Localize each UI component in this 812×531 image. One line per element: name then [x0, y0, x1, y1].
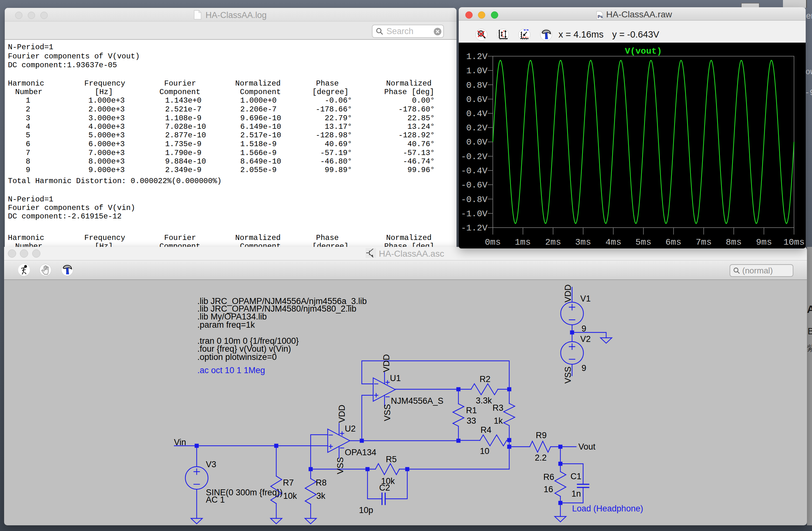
- svg-text:Vin: Vin: [174, 437, 186, 447]
- svg-text:0.6V: 0.6V: [466, 95, 488, 104]
- svg-text:3k: 3k: [316, 491, 325, 501]
- svg-text:-0.8V: -0.8V: [461, 195, 488, 204]
- svg-text:R3: R3: [493, 403, 504, 413]
- svg-text:1ms: 1ms: [515, 238, 531, 247]
- svg-text:6ms: 6ms: [666, 238, 681, 247]
- svg-text:R1: R1: [466, 406, 477, 415]
- svg-text:2ms: 2ms: [545, 238, 561, 247]
- svg-text:R6: R6: [543, 472, 554, 482]
- svg-text:VSS: VSS: [383, 404, 392, 421]
- svg-text:U1: U1: [390, 373, 401, 383]
- svg-text:.option plotwinsize=0: .option plotwinsize=0: [197, 352, 277, 362]
- svg-text:Ps: Ps: [598, 14, 603, 19]
- svg-text:0.4V: 0.4V: [466, 109, 488, 119]
- svg-text:C1: C1: [570, 472, 581, 481]
- svg-text:VDD: VDD: [382, 354, 391, 372]
- svg-text:0.0V: 0.0V: [466, 137, 488, 147]
- svg-text:-1.0V: -1.0V: [461, 209, 488, 219]
- svg-text:U2: U2: [345, 424, 356, 433]
- svg-text:0.8V: 0.8V: [466, 81, 488, 90]
- svg-text:10: 10: [480, 446, 489, 456]
- svg-text:VSS: VSS: [336, 457, 345, 474]
- svg-text:3.3k: 3.3k: [476, 396, 492, 405]
- svg-text:.param freq=1k: .param freq=1k: [197, 320, 255, 330]
- svg-text:R2: R2: [480, 374, 491, 384]
- svg-text:10p: 10p: [359, 505, 373, 515]
- svg-text:2.2: 2.2: [535, 453, 547, 462]
- svg-text:R9: R9: [536, 431, 547, 440]
- svg-text:R8: R8: [316, 478, 327, 487]
- svg-text:10k: 10k: [283, 491, 297, 501]
- svg-text:0ms: 0ms: [485, 238, 501, 247]
- svg-text:3ms: 3ms: [575, 238, 591, 247]
- svg-text:VSS: VSS: [563, 367, 573, 384]
- svg-text:V1: V1: [580, 294, 591, 303]
- svg-text:.ac oct 10 1 1Meg: .ac oct 10 1 1Meg: [197, 365, 265, 375]
- svg-text:5ms: 5ms: [636, 238, 651, 247]
- svg-text:V3: V3: [206, 460, 216, 469]
- svg-text:R5: R5: [386, 455, 397, 464]
- svg-text:V2: V2: [580, 334, 591, 344]
- svg-text:-1.2V: -1.2V: [461, 223, 488, 233]
- svg-text:-0.6V: -0.6V: [461, 180, 488, 190]
- svg-text:VDD: VDD: [337, 405, 347, 423]
- svg-text:7ms: 7ms: [696, 238, 712, 247]
- svg-text:1.0V: 1.0V: [466, 66, 488, 76]
- svg-text:C2: C2: [379, 483, 390, 492]
- svg-text:R7: R7: [283, 478, 294, 487]
- svg-text:Load (Headphone): Load (Headphone): [572, 504, 643, 513]
- svg-text:-0.2V: -0.2V: [461, 152, 488, 162]
- svg-text:V(vout): V(vout): [625, 46, 662, 56]
- svg-text:9: 9: [581, 324, 586, 333]
- svg-text:1.2V: 1.2V: [466, 52, 488, 61]
- svg-text:1k: 1k: [494, 416, 503, 426]
- svg-text:10ms: 10ms: [783, 238, 804, 247]
- svg-text:-0.4V: -0.4V: [461, 166, 488, 176]
- svg-text:VDD: VDD: [563, 285, 573, 302]
- svg-text:AC 1: AC 1: [206, 495, 225, 504]
- svg-text:0.2V: 0.2V: [466, 123, 488, 133]
- svg-text:33: 33: [467, 416, 476, 426]
- svg-text:8ms: 8ms: [726, 238, 742, 247]
- svg-text:9: 9: [581, 363, 586, 373]
- svg-text:Vout: Vout: [578, 442, 596, 451]
- svg-text:1n: 1n: [571, 489, 581, 499]
- svg-text:OPA134: OPA134: [345, 448, 376, 457]
- svg-text:4ms: 4ms: [606, 238, 621, 247]
- svg-text:R4: R4: [480, 425, 492, 435]
- svg-text:16: 16: [543, 485, 553, 494]
- svg-text:9ms: 9ms: [756, 238, 772, 247]
- svg-text:NJM4556A_S: NJM4556A_S: [391, 396, 444, 406]
